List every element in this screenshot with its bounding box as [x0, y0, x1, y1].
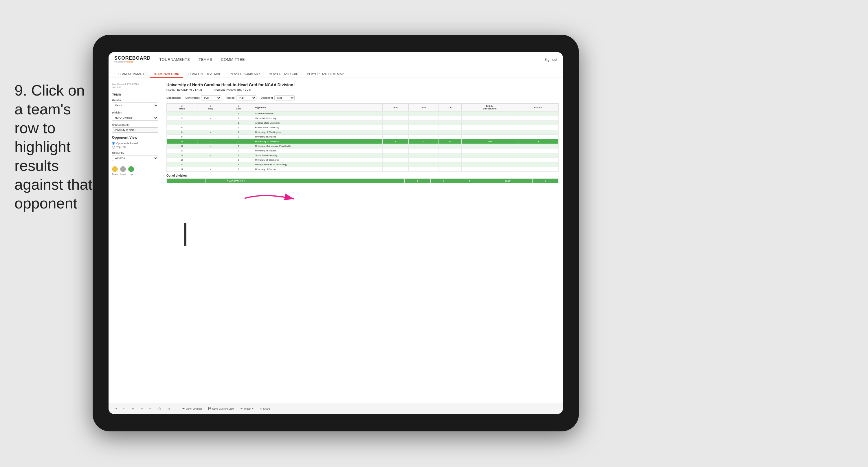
cell-reg: - — [197, 135, 224, 139]
nav-separator: | — [540, 57, 541, 62]
toolbar-back[interactable]: ⬅ — [130, 407, 136, 411]
cell-diff — [461, 130, 518, 135]
cell-rounds — [518, 158, 558, 163]
tab-player-h2h-grid[interactable]: PLAYER H2H GRID — [266, 70, 302, 78]
instruction-text: 9. Click on a team's row to highlight re… — [14, 81, 95, 213]
table-row[interactable]: 8 - 2 University of Washington — [167, 130, 559, 135]
gender-select[interactable]: Men's — [112, 103, 158, 108]
nav-teams[interactable]: TEAMS — [198, 56, 212, 63]
tab-player-summary[interactable]: PLAYER SUMMARY — [226, 70, 264, 78]
cell-reg: - — [197, 130, 224, 135]
cell-rank: 11 — [167, 139, 197, 144]
grid-title: University of North Carolina Head-to-Hea… — [166, 83, 559, 87]
region-filter: Region (All) — [226, 95, 256, 100]
cell-loss — [408, 158, 438, 163]
region-filter-label: Region — [226, 96, 235, 99]
cell-rounds — [518, 130, 558, 135]
table-row[interactable]: 17 - ? University of Florida — [167, 167, 559, 172]
col-loss: Loss — [408, 104, 438, 112]
toolbar-paste[interactable]: 📋 — [156, 407, 163, 411]
toolbar-fwd[interactable]: ➡ — [139, 407, 145, 411]
division-label: Division — [112, 111, 158, 114]
cell-reg: - — [197, 121, 224, 125]
tab-player-h2h-heatmap[interactable]: PLAYER H2H HEATMAP — [303, 70, 347, 78]
cell-loss — [408, 148, 438, 153]
division-select[interactable]: NCAA Division I — [112, 115, 158, 121]
toolbar-cut[interactable]: ✂ — [148, 407, 153, 411]
toolbar-clock[interactable]: ◷ — [166, 407, 172, 411]
nav-committee[interactable]: COMMITTEE — [221, 56, 245, 63]
table-row[interactable]: 3 - 2 Vanderbilt University — [167, 116, 559, 121]
table-row[interactable]: 14 - 1 Texas Tech University — [167, 153, 559, 158]
tab-team-h2h-heatmap[interactable]: TEAM H2H HEATMAP — [184, 70, 225, 78]
cell-conf: 5 — [224, 139, 253, 144]
cell-rounds — [518, 116, 558, 121]
region-filter-select[interactable]: (All) — [236, 95, 256, 100]
sub-nav: TEAM SUMMARY TEAM H2H GRID TEAM H2H HEAT… — [108, 67, 563, 78]
cell-conf: 1 — [224, 153, 253, 158]
tab-team-h2h-grid[interactable]: TEAM H2H GRID — [150, 70, 183, 78]
cell-diff — [461, 121, 518, 125]
nav-tournaments[interactable]: TOURNAMENTS — [159, 56, 190, 63]
logo-powered: Powered by clippd — [114, 60, 151, 63]
table-row[interactable]: 16 - 4 Georgia Institute of Technology — [167, 163, 559, 167]
toolbar-watch[interactable]: 👁 Watch ▾ — [239, 407, 255, 411]
data-table: #Rank #Reg #Conf Opponent Win Loss Tie D… — [166, 104, 559, 172]
toolbar-view-original[interactable]: 👁 View: Original — [181, 407, 204, 411]
table-row[interactable]: 6 - 2 Florida State University — [167, 125, 559, 130]
toolbar-share[interactable]: ⬆ Share — [258, 407, 272, 411]
cell-diff — [461, 112, 518, 116]
toolbar-save-custom[interactable]: 💾 Save Custom View — [206, 407, 236, 411]
cell-rounds — [518, 144, 558, 148]
top100-option[interactable]: Top 100 — [112, 146, 158, 148]
cell-division: NCAA Division II — [225, 179, 405, 183]
toolbar-sep1 — [176, 406, 176, 412]
cell-opponent: Auburn University — [253, 112, 383, 116]
cell-opponent: Arizona State University — [253, 121, 383, 125]
school-input[interactable]: University of Nort... — [112, 127, 158, 133]
col-tie: Tie — [438, 104, 462, 112]
cell-reg: - — [197, 116, 224, 121]
bottom-toolbar: ↩ ↪ ⬅ ➡ ✂ 📋 ◷ 👁 View: Original 💾 Save Cu… — [108, 403, 563, 414]
table-row[interactable]: 2 - 1 Auburn University — [167, 112, 559, 116]
cell-tie — [438, 135, 462, 139]
opponent-filter-select[interactable]: (All) — [274, 95, 294, 100]
table-row[interactable]: 11 - 5 University of Alabama 3 0 0 2.61 … — [167, 139, 559, 144]
cell-reg: - — [197, 153, 224, 158]
out-division-row[interactable]: NCAA Division II 1 0 0 26.00 3 — [167, 179, 559, 183]
toolbar-undo[interactable]: ↩ — [113, 407, 119, 411]
cell-win — [383, 121, 409, 125]
overall-record: Overall Record: 89 - 17 - 0 — [166, 89, 202, 92]
table-row[interactable]: 12 - 6 University of Arkansas, Fayettevi… — [167, 144, 559, 148]
cell-loss — [408, 144, 438, 148]
col-conf: #Conf — [224, 104, 253, 112]
table-row[interactable]: 9 - 3 University of Arizona — [167, 135, 559, 139]
table-row[interactable]: 4 - 1 Arizona State University — [167, 121, 559, 125]
toolbar-redo[interactable]: ↪ — [122, 407, 127, 411]
cell-diff — [461, 158, 518, 163]
cell-tie — [438, 144, 462, 148]
colour-by-select[interactable]: Win/loss — [112, 155, 158, 161]
last-updated: Last Updated: 27/03/2024 16:55:38 — [112, 83, 158, 89]
cell-loss: 0 — [431, 179, 457, 183]
division-record: Division Record: 88 - 17 - 0 — [214, 89, 251, 92]
tablet-screen: SCOREBOARD Powered by clippd TOURNAMENTS… — [108, 52, 563, 414]
tab-team-summary[interactable]: TEAM SUMMARY — [114, 70, 148, 78]
cell-rounds — [518, 112, 558, 116]
cell-diff — [461, 153, 518, 158]
legend-down-dot — [112, 166, 118, 172]
cell-reg: - — [197, 158, 224, 163]
col-opponent: Opponent — [253, 104, 383, 112]
opponents-played-option[interactable]: Opponents Played — [112, 142, 158, 145]
table-row[interactable]: 15 - 2 University of Oklahoma — [167, 158, 559, 163]
cell-diff: 26.00 — [483, 179, 532, 183]
col-rounds: Rounds — [518, 104, 558, 112]
cell-rank: 14 — [167, 153, 197, 158]
conference-filter-select[interactable]: (All) — [201, 95, 221, 100]
table-row[interactable]: 13 - 3 University of Virginia — [167, 148, 559, 153]
cell-loss — [408, 125, 438, 130]
cell-reg: - — [197, 144, 224, 148]
col-diff: Diff AvStrokes/Rnd — [461, 104, 518, 112]
school-label: School (Rank) — [112, 124, 158, 126]
sign-out-link[interactable]: Sign out — [545, 58, 557, 62]
